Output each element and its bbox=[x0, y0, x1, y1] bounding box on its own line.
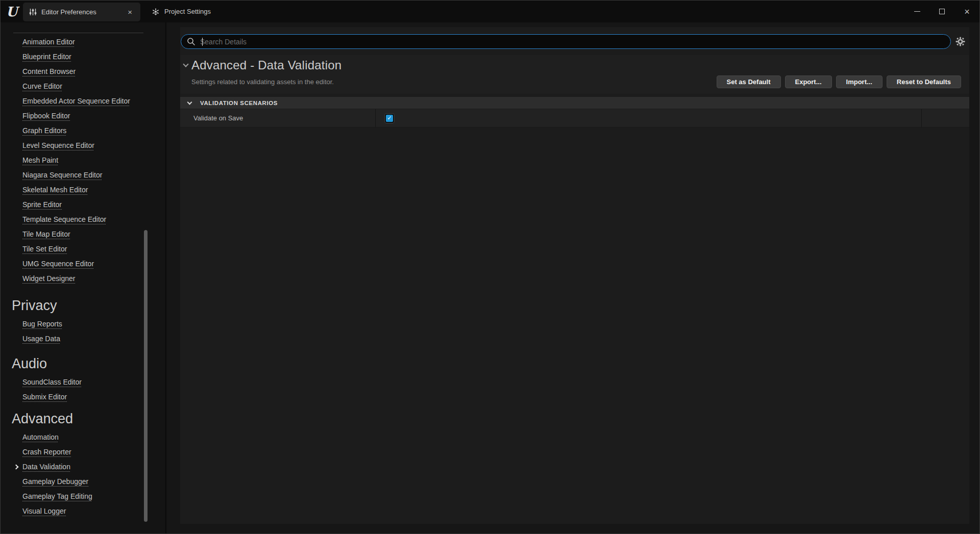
details-panel: Advanced - Data Validation Settings rela… bbox=[180, 27, 969, 524]
maximize-button[interactable] bbox=[929, 1, 954, 22]
sidebar-item-gameplay-tag-editing[interactable]: Gameplay Tag Editing bbox=[1, 489, 165, 504]
chevron-down-icon bbox=[187, 99, 192, 105]
property-label: Validate on Save bbox=[180, 109, 376, 127]
sidebar-item-mesh-paint[interactable]: Mesh Paint bbox=[1, 153, 165, 168]
preferences-sidebar: Animation Editor Blueprint Editor Conten… bbox=[1, 22, 166, 533]
group-title: VALIDATION SCENARIOS bbox=[200, 100, 278, 106]
selected-item-arrow-icon bbox=[14, 465, 19, 470]
export-button[interactable]: Export... bbox=[785, 75, 832, 88]
unreal-engine-logo-icon bbox=[1, 1, 23, 22]
sidebar-item-visual-logger[interactable]: Visual Logger bbox=[1, 504, 165, 519]
minimize-button[interactable] bbox=[904, 1, 929, 22]
tab-editor-preferences-label: Editor Preferences bbox=[41, 8, 96, 16]
sidebar-item-graph-editors[interactable]: Graph Editors bbox=[1, 123, 165, 138]
sidebar-item-skeletal-mesh-editor[interactable]: Skeletal Mesh Editor bbox=[1, 183, 165, 197]
sidebar-item-curve-editor[interactable]: Curve Editor bbox=[1, 79, 165, 94]
sidebar-item-embedded-actor-sequence-editor[interactable]: Embedded Actor Sequence Editor bbox=[1, 94, 165, 109]
search-input[interactable] bbox=[195, 38, 944, 46]
sidebar-item-niagara-sequence-editor[interactable]: Niagara Sequence Editor bbox=[1, 168, 165, 183]
sidebar-item-widget-designer[interactable]: Widget Designer bbox=[1, 271, 165, 286]
sidebar-item-blueprint-editor[interactable]: Blueprint Editor bbox=[1, 49, 165, 64]
sidebar-item-crash-reporter[interactable]: Crash Reporter bbox=[1, 445, 165, 460]
main-area: Advanced - Data Validation Settings rela… bbox=[166, 22, 979, 533]
sidebar-item-usage-data[interactable]: Usage Data bbox=[1, 332, 165, 346]
tab-editor-preferences[interactable]: Editor Preferences bbox=[23, 3, 140, 21]
close-button[interactable] bbox=[954, 1, 979, 22]
sidebar-item-level-sequence-editor[interactable]: Level Sequence Editor bbox=[1, 138, 165, 153]
app-body: Animation Editor Blueprint Editor Conten… bbox=[1, 22, 979, 533]
property-value-cell bbox=[376, 109, 921, 127]
sidebar-item-animation-editor[interactable]: Animation Editor bbox=[1, 35, 165, 49]
sliders-icon bbox=[29, 8, 37, 16]
validation-scenarios-group-header[interactable]: VALIDATION SCENARIOS bbox=[180, 97, 969, 109]
category-actions: Set as Default Export... Import... Reset… bbox=[717, 75, 961, 88]
window-controls bbox=[904, 1, 979, 22]
maximize-icon bbox=[939, 9, 945, 14]
set-as-default-button[interactable]: Set as Default bbox=[717, 75, 781, 88]
search-icon bbox=[187, 37, 195, 46]
category-header: Advanced - Data Validation Settings rela… bbox=[180, 55, 969, 94]
checkmark-icon bbox=[386, 115, 393, 122]
text-cursor bbox=[202, 38, 203, 46]
reset-to-defaults-button[interactable]: Reset to Defaults bbox=[887, 75, 961, 88]
project-settings-icon bbox=[152, 8, 160, 16]
sidebar-item-gameplay-debugger[interactable]: Gameplay Debugger bbox=[1, 474, 165, 489]
tab-project-settings-label: Project Settings bbox=[164, 8, 211, 15]
chevron-down-icon[interactable] bbox=[183, 61, 188, 67]
minimize-icon bbox=[914, 11, 920, 12]
title-bar: Editor Preferences Project Settings bbox=[1, 1, 979, 22]
tab-project-settings[interactable]: Project Settings bbox=[145, 1, 217, 22]
sidebar-item-flipbook-editor[interactable]: Flipbook Editor bbox=[1, 109, 165, 123]
sidebar-item-soundclass-editor[interactable]: SoundClass Editor bbox=[1, 375, 165, 390]
sidebar-item-tile-map-editor[interactable]: Tile Map Editor bbox=[1, 227, 165, 242]
category-subtitle: Settings related to validating assets in… bbox=[191, 78, 334, 86]
sidebar-item-automation[interactable]: Automation bbox=[1, 430, 165, 445]
editor-preferences-window: Editor Preferences Project Settings bbox=[0, 0, 980, 534]
close-icon bbox=[964, 7, 970, 16]
sidebar-top-divider bbox=[13, 33, 143, 33]
sidebar-section-advanced: Advanced bbox=[1, 408, 165, 430]
sidebar-item-content-browser[interactable]: Content Browser bbox=[1, 64, 165, 79]
sidebar-item-umg-sequence-editor[interactable]: UMG Sequence Editor bbox=[1, 257, 165, 271]
sidebar-item-sprite-editor[interactable]: Sprite Editor bbox=[1, 197, 165, 212]
sidebar-section-privacy: Privacy bbox=[1, 294, 165, 317]
settings-gear-icon[interactable] bbox=[955, 37, 965, 46]
sidebar-item-submix-editor[interactable]: Submix Editor bbox=[1, 390, 165, 404]
sidebar-item-data-validation[interactable]: Data Validation bbox=[1, 460, 165, 474]
search-field[interactable] bbox=[181, 34, 951, 49]
tab-close-icon[interactable] bbox=[126, 7, 134, 17]
reset-to-default-cell bbox=[921, 109, 969, 127]
property-row-validate-on-save: Validate on Save bbox=[180, 109, 969, 128]
sidebar-section-audio: Audio bbox=[1, 352, 165, 375]
validate-on-save-checkbox[interactable] bbox=[384, 113, 395, 123]
category-title: Advanced - Data Validation bbox=[191, 58, 341, 72]
import-button[interactable]: Import... bbox=[836, 75, 883, 88]
sidebar-item-tile-set-editor[interactable]: Tile Set Editor bbox=[1, 242, 165, 257]
sidebar-item-template-sequence-editor[interactable]: Template Sequence Editor bbox=[1, 212, 165, 227]
search-row bbox=[180, 27, 969, 49]
sidebar-item-bug-reports[interactable]: Bug Reports bbox=[1, 317, 165, 332]
sidebar-scrollbar-thumb[interactable] bbox=[144, 230, 148, 522]
